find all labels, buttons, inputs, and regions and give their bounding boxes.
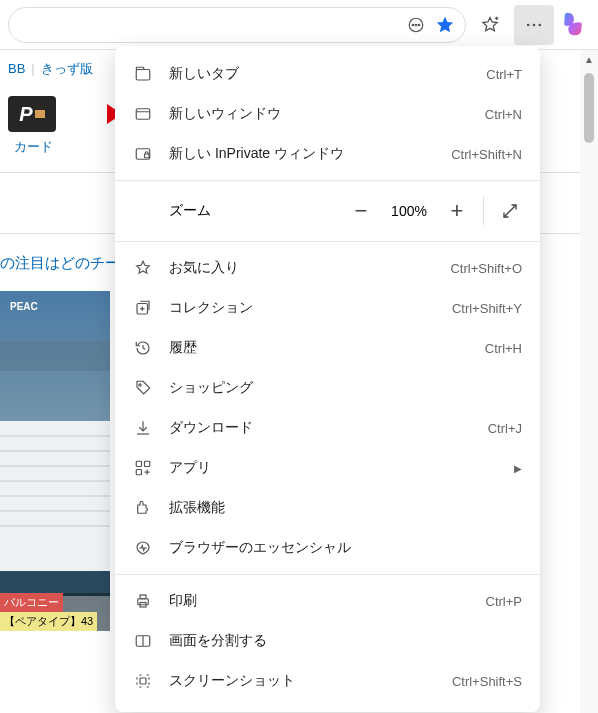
menu-shopping[interactable]: ショッピング — [115, 368, 540, 408]
menu-label: 新しいウィンドウ — [169, 105, 485, 123]
menu-print[interactable]: 印刷 Ctrl+P — [115, 581, 540, 621]
history-icon — [133, 338, 153, 358]
fullscreen-button[interactable] — [490, 191, 530, 231]
menu-zoom: ズーム − 100% + — [115, 187, 540, 235]
menu-shortcut: Ctrl+Shift+O — [450, 261, 522, 276]
browser-toolbar — [0, 0, 598, 50]
svg-rect-36 — [138, 599, 149, 605]
menu-split-screen[interactable]: 画面を分割する — [115, 621, 540, 661]
apps-icon — [133, 458, 153, 478]
menu-shortcut: Ctrl+Shift+N — [451, 147, 522, 162]
menu-shortcut: Ctrl+H — [485, 341, 522, 356]
menu-shortcut: Ctrl+Shift+S — [452, 674, 522, 689]
svg-rect-41 — [140, 678, 146, 684]
more-options-icon[interactable] — [407, 16, 425, 34]
menu-new-tab[interactable]: 新しいタブ Ctrl+T — [115, 54, 540, 94]
menu-screenshot[interactable]: スクリーンショット Ctrl+Shift+S — [115, 661, 540, 701]
svg-point-8 — [539, 23, 542, 26]
card-item[interactable]: P カード — [8, 96, 58, 156]
svg-rect-19 — [136, 70, 150, 81]
svg-point-2 — [415, 24, 417, 26]
menu-apps[interactable]: アプリ ▶ — [115, 448, 540, 488]
address-bar[interactable] — [8, 7, 466, 43]
svg-rect-21 — [136, 109, 150, 120]
menu-collections[interactable]: コレクション Ctrl+Shift+Y — [115, 288, 540, 328]
svg-rect-38 — [140, 595, 146, 599]
news-photo[interactable]: PEAC バルコニー 【ペアタイプ】43 — [0, 291, 110, 631]
star-icon — [133, 258, 153, 278]
menu-history[interactable]: 履歴 Ctrl+H — [115, 328, 540, 368]
svg-rect-20 — [136, 67, 144, 69]
chevron-right-icon: ▶ — [514, 463, 522, 474]
menu-label: ショッピング — [169, 379, 522, 397]
menu-shortcut: Ctrl+J — [488, 421, 522, 436]
tag-icon — [133, 378, 153, 398]
vertical-scrollbar[interactable]: ▲ — [580, 50, 598, 713]
screenshot-icon — [133, 671, 153, 691]
menu-separator — [115, 574, 540, 575]
settings-menu: 新しいタブ Ctrl+T 新しいウィンドウ Ctrl+N 新しい InPriva… — [115, 46, 540, 712]
link-kids[interactable]: きっず版 — [41, 61, 93, 76]
menu-label: お気に入り — [169, 259, 450, 277]
menu-shortcut: Ctrl+N — [485, 107, 522, 122]
zoom-out-button[interactable]: − — [341, 191, 381, 231]
menu-label: コレクション — [169, 299, 452, 317]
zoom-label: ズーム — [169, 202, 341, 220]
photo-caption: バルコニー 【ペアタイプ】43 — [0, 593, 110, 631]
download-icon — [133, 418, 153, 438]
zoom-value: 100% — [381, 203, 437, 219]
svg-point-1 — [412, 24, 414, 26]
menu-favorites[interactable]: お気に入り Ctrl+Shift+O — [115, 248, 540, 288]
menu-essentials[interactable]: ブラウザーのエッセンシャル — [115, 528, 540, 568]
print-icon — [133, 591, 153, 611]
scroll-up-arrow[interactable]: ▲ — [584, 50, 594, 69]
settings-more-button[interactable] — [514, 5, 554, 45]
puzzle-icon — [133, 498, 153, 518]
link-bb[interactable]: BB — [8, 61, 25, 76]
menu-shortcut: Ctrl+Shift+Y — [452, 301, 522, 316]
menu-new-inprivate[interactable]: 新しい InPrivate ウィンドウ Ctrl+Shift+N — [115, 134, 540, 174]
zoom-in-button[interactable]: + — [437, 191, 477, 231]
menu-label: 新しい InPrivate ウィンドウ — [169, 145, 451, 163]
find-icon — [133, 711, 153, 712]
svg-point-3 — [418, 24, 420, 26]
favorite-star-icon[interactable] — [435, 15, 455, 35]
svg-point-28 — [139, 384, 141, 386]
menu-label: ダウンロード — [169, 419, 488, 437]
new-tab-icon — [133, 64, 153, 84]
svg-rect-33 — [136, 470, 141, 475]
menu-downloads[interactable]: ダウンロード Ctrl+J — [115, 408, 540, 448]
menu-label: アプリ — [169, 459, 514, 477]
menu-label: 新しいタブ — [169, 65, 486, 83]
menu-label: スクリーンショット — [169, 672, 452, 690]
pulse-icon — [133, 538, 153, 558]
copilot-icon[interactable] — [558, 9, 590, 41]
menu-new-window[interactable]: 新しいウィンドウ Ctrl+N — [115, 94, 540, 134]
menu-label: ブラウザーのエッセンシャル — [169, 539, 522, 557]
menu-shortcut: Ctrl+P — [486, 594, 522, 609]
svg-rect-31 — [136, 461, 141, 466]
menu-label: 印刷 — [169, 592, 486, 610]
new-window-icon — [133, 104, 153, 124]
menu-separator — [115, 180, 540, 181]
inprivate-icon — [133, 144, 153, 164]
menu-label: 履歴 — [169, 339, 485, 357]
svg-rect-24 — [145, 154, 150, 158]
svg-point-7 — [533, 23, 536, 26]
svg-rect-32 — [145, 461, 150, 466]
svg-rect-9 — [0, 341, 110, 371]
split-icon — [133, 631, 153, 651]
menu-shortcut: Ctrl+T — [486, 67, 522, 82]
svg-point-6 — [527, 23, 530, 26]
menu-label: 拡張機能 — [169, 499, 522, 517]
card-label: カード — [8, 138, 58, 156]
collections-icon — [133, 298, 153, 318]
scroll-thumb[interactable] — [584, 73, 594, 143]
menu-separator — [115, 241, 540, 242]
menu-find[interactable]: ページ内の検索 Ctrl+F — [115, 701, 540, 712]
menu-extensions[interactable]: 拡張機能 — [115, 488, 540, 528]
menu-label: 画面を分割する — [169, 632, 522, 650]
add-favorite-button[interactable] — [470, 5, 510, 45]
